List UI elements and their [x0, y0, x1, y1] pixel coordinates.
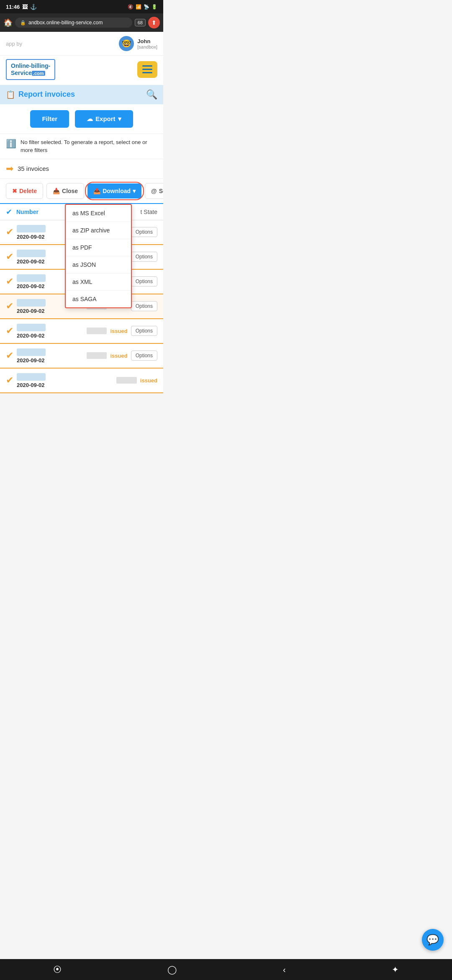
select-all-checkbox[interactable]: ✔ — [6, 207, 12, 217]
row-checkbox[interactable]: ✔ — [6, 251, 13, 262]
options-button[interactable]: Options — [131, 301, 157, 311]
row-state: issued — [110, 353, 127, 359]
download-option-pdf[interactable]: as PDF — [66, 239, 131, 256]
export-button[interactable]: ☁ Export ▾ — [75, 110, 133, 128]
row-checkbox[interactable]: ✔ — [6, 227, 13, 237]
x-icon: ✖ — [12, 188, 17, 194]
download-icon: 📤 — [93, 188, 100, 194]
download-option-json[interactable]: as JSON — [66, 256, 131, 273]
row-amount-blur: 000.00 — [116, 377, 137, 384]
app-header: app by 🤓 John [sandbox] — [0, 32, 163, 56]
filter-button[interactable]: Filter — [30, 110, 69, 128]
row-checkbox[interactable]: ✔ — [6, 350, 13, 361]
download-dropdown: as MS Excel as ZIP archive as PDF as JSO… — [65, 204, 132, 308]
home-icon[interactable]: 🏠 — [3, 18, 13, 27]
user-name: John — [137, 38, 157, 44]
action-toolbar: ✖ Delete 📥 Close 📤 Download ▾ @ Send ▾ a… — [0, 178, 163, 203]
page-title-left: 📋 Report invoices — [6, 90, 75, 99]
logo-row: Online-billing- Service.com — [0, 56, 163, 85]
location-icon: ⚓ — [30, 4, 37, 10]
table-row: ✔ INV-0000 / 2020-09-02 000.00 issued — [0, 369, 163, 393]
user-tag: [sandbox] — [137, 44, 157, 49]
options-button[interactable]: Options — [131, 276, 157, 286]
row-date: 2020-09-02 — [17, 283, 71, 289]
delete-button[interactable]: ✖ Delete — [6, 183, 43, 199]
lock-icon: 🔒 — [20, 20, 26, 26]
page-title-bar: 📋 Report invoices 🔍 — [0, 85, 163, 104]
battery-icon: 🔋 — [152, 4, 157, 10]
row-invoice-info: INV-0000 / 2020-09-02 — [17, 274, 71, 289]
download-button[interactable]: 📤 Download ▾ — [87, 183, 141, 199]
url-text: andbox.online-billing-service.com — [28, 20, 103, 26]
send-button[interactable]: @ Send ▾ — [145, 183, 163, 199]
status-bar: 11:46 🖼 ⚓ 🔇 📶 📡 🔋 — [0, 0, 163, 13]
options-button[interactable]: Options — [131, 252, 157, 262]
download-label: Download — [103, 188, 131, 194]
row-checkbox[interactable]: ✔ — [6, 375, 13, 386]
close-icon: 📥 — [53, 188, 60, 194]
row-state: issued — [140, 377, 157, 384]
page-title: Report invoices — [18, 90, 75, 99]
row-amount-blur: 000.00 — [87, 328, 107, 334]
tab-count[interactable]: 68 — [135, 19, 146, 26]
status-bar-left: 11:46 🖼 ⚓ — [6, 4, 37, 10]
cloud-icon: ☁ — [87, 115, 93, 123]
download-option-zip[interactable]: as ZIP archive — [66, 222, 131, 239]
status-time: 11:46 — [6, 4, 20, 10]
app-by-label: app by — [6, 41, 22, 47]
search-icon[interactable]: 🔍 — [146, 89, 157, 100]
row-right: 000.00 issued Options — [87, 326, 157, 336]
report-icon: 📋 — [6, 90, 15, 99]
close-label: Close — [62, 188, 78, 194]
row-date: 2020-09-02 — [17, 258, 71, 265]
download-option-saga[interactable]: as SAGA — [66, 291, 131, 307]
row-date: 2020-09-02 — [17, 333, 83, 339]
menu-line3 — [142, 72, 152, 73]
logo-line2: Service.com — [11, 70, 50, 77]
download-option-xml[interactable]: as XML — [66, 273, 131, 291]
info-bar: ℹ️ No filter selected. To generate a rep… — [0, 134, 163, 159]
row-right: 000.00 issued Options — [87, 351, 157, 361]
avatar: 🤓 — [119, 36, 134, 51]
row-checkbox[interactable]: ✔ — [6, 276, 13, 287]
row-state: issued — [110, 328, 127, 334]
logo-com: .com — [32, 71, 45, 76]
chevron-down-icon: ▾ — [133, 188, 136, 194]
row-invoice-info: INV-0000 / 2020-09-02 — [17, 224, 71, 240]
row-id-blur: INV-0000 / — [17, 324, 46, 331]
menu-line2 — [142, 69, 152, 70]
app-logo: Online-billing- Service.com — [6, 59, 55, 80]
wifi-icon: 📶 — [136, 4, 141, 10]
row-invoice-info: INV-0000 / 2020-09-02 — [17, 249, 71, 265]
row-checkbox[interactable]: ✔ — [6, 325, 13, 336]
upload-button[interactable]: ⬆ — [148, 17, 160, 28]
options-button[interactable]: Options — [131, 351, 157, 361]
info-message: No filter selected. To generate a report… — [21, 138, 157, 155]
at-icon: @ — [151, 188, 157, 194]
row-date: 2020-09-02 — [17, 382, 113, 388]
row-date: 2020-09-02 — [17, 308, 83, 314]
options-button[interactable]: Options — [131, 326, 157, 336]
row-id-blur: INV-0000 / — [17, 373, 46, 381]
row-id-blur: INV-0000 / — [17, 274, 46, 282]
table-row: ✔ INV-0000 / 2020-09-02 000.00 issued Op… — [0, 319, 163, 344]
action-row: Filter ☁ Export ▾ — [0, 104, 163, 134]
chevron-down-icon: ▾ — [118, 115, 121, 123]
count-bar: ➡ 35 invoices — [0, 159, 163, 178]
row-date: 2020-09-02 — [17, 357, 83, 364]
row-checkbox[interactable]: ✔ — [6, 301, 13, 312]
row-invoice-info: INV-0000 / 2020-09-02 — [17, 373, 113, 388]
url-bar[interactable]: 🔒 andbox.online-billing-service.com — [15, 18, 132, 28]
options-button[interactable]: Options — [131, 227, 157, 237]
menu-button[interactable] — [137, 61, 157, 78]
row-id-blur: INV-0000 / — [17, 348, 46, 356]
row-invoice-info: INV-0000 / 2020-09-02 — [17, 323, 83, 339]
download-option-excel[interactable]: as MS Excel — [66, 205, 131, 222]
export-label: Export — [95, 115, 116, 122]
row-right: 000.00 issued — [116, 377, 157, 384]
arrow-right-icon: ➡ — [6, 163, 13, 174]
send-label: Send — [159, 188, 163, 194]
close-button[interactable]: 📥 Close — [46, 183, 84, 199]
browser-bar: 🏠 🔒 andbox.online-billing-service.com 68… — [0, 13, 163, 32]
user-info: 🤓 John [sandbox] — [119, 36, 157, 51]
